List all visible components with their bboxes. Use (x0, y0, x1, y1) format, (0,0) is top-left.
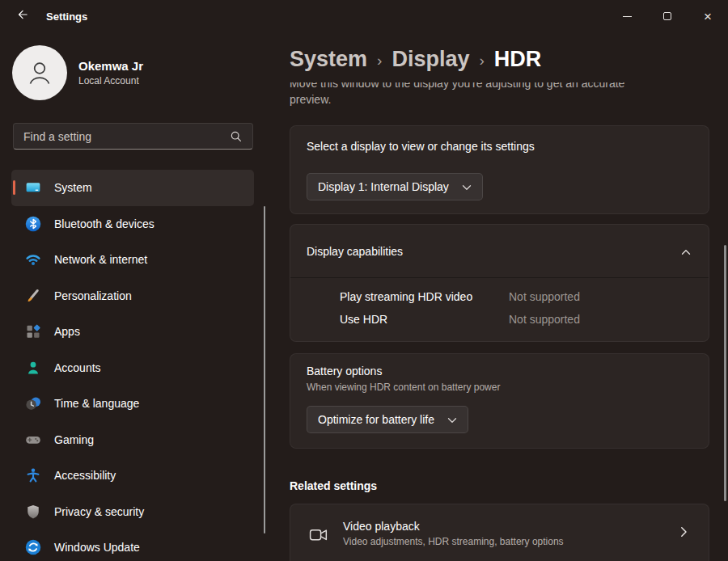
sidebar-item-time-language[interactable]: Time & language (11, 386, 254, 422)
video-playback-card[interactable]: Video playback Video adjustments, HDR st… (290, 504, 709, 561)
battery-options-card: Battery options When viewing HDR content… (290, 353, 709, 449)
titlebar: Settings × (0, 0, 728, 32)
search-icon (230, 130, 243, 143)
content-scrollbar[interactable] (724, 245, 726, 501)
breadcrumb-system[interactable]: System (290, 47, 367, 72)
page-title-hdr: HDR (494, 47, 542, 72)
back-arrow-icon (15, 8, 29, 24)
display-capabilities-title: Display capabilities (307, 245, 403, 258)
accounts-icon (25, 360, 41, 376)
capability-row-use-hdr: Use HDR Not supported (290, 309, 709, 331)
personalization-icon (25, 288, 41, 304)
apps-icon (25, 323, 41, 340)
chevron-up-icon (681, 244, 691, 259)
sidebar-scrollbar[interactable] (264, 206, 265, 534)
select-display-card: Select a display to view or change its s… (290, 125, 709, 214)
sidebar-item-gaming[interactable]: Gaming (11, 422, 254, 458)
maximize-button[interactable] (647, 0, 688, 32)
sidebar-item-label: Windows Update (54, 541, 140, 554)
sidebar-item-personalization[interactable]: Personalization (11, 278, 254, 314)
back-button[interactable] (8, 4, 36, 28)
battery-options-title: Battery options (307, 365, 382, 378)
sidebar-item-label: Privacy & security (54, 505, 144, 518)
maximize-icon (663, 12, 671, 20)
close-icon: × (704, 10, 712, 23)
sidebar-nav: System Bluetooth & devices Network & int… (11, 170, 254, 561)
chevron-down-icon (462, 179, 472, 194)
clipped-text-line: Move this window to the display you're a… (290, 82, 694, 91)
sidebar-item-bluetooth-devices[interactable]: Bluetooth & devices (11, 206, 254, 243)
capability-value: Not supported (509, 290, 580, 303)
sidebar: Okemwa Jr Local Account System (0, 32, 267, 561)
privacy-shield-icon (25, 504, 41, 520)
video-playback-subtitle: Video adjustments, HDR streaming, batter… (343, 536, 564, 547)
windows-update-icon (25, 539, 41, 555)
capability-label: Use HDR (340, 313, 387, 326)
display-capabilities-header[interactable]: Display capabilities (290, 225, 709, 278)
sidebar-item-label: Network & internet (54, 253, 147, 266)
capability-value: Not supported (509, 313, 580, 326)
display-capabilities-rows: Play streaming HDR video Not supported U… (290, 278, 709, 331)
display-capabilities-card: Display capabilities Play streaming HDR … (290, 224, 709, 342)
profile-account-type: Local Account (78, 75, 143, 86)
main-content: System › Display › HDR Move this window … (267, 32, 728, 561)
sidebar-item-accounts[interactable]: Accounts (11, 350, 254, 386)
profile-name: Okemwa Jr (78, 59, 143, 73)
minimize-icon (623, 16, 632, 17)
sidebar-item-label: Gaming (54, 433, 94, 446)
select-display-label: Select a display to view or change its s… (307, 140, 535, 153)
settings-window: Settings × Okemwa Jr Local Account (0, 0, 728, 561)
sidebar-item-label: Apps (54, 325, 80, 338)
display-select-dropdown[interactable]: Display 1: Internal Display (307, 173, 483, 200)
person-icon (23, 57, 56, 89)
gaming-icon (25, 432, 41, 448)
network-icon (25, 251, 41, 268)
sidebar-item-apps[interactable]: Apps (11, 314, 254, 350)
sidebar-item-system[interactable]: System (11, 170, 254, 206)
search-input[interactable] (14, 130, 230, 143)
sidebar-item-label: Time & language (54, 397, 139, 410)
video-playback-title: Video playback (343, 520, 420, 533)
selected-accent-bar (13, 180, 15, 195)
accessibility-icon (25, 467, 41, 483)
chevron-right-icon (680, 526, 688, 541)
battery-options-dropdown[interactable]: Optimize for battery life (307, 406, 468, 433)
sidebar-item-label: Accessibility (54, 469, 116, 482)
related-settings-heading: Related settings (290, 479, 377, 492)
sidebar-item-label: System (54, 181, 92, 194)
chevron-separator-icon: › (377, 50, 382, 70)
profile-section[interactable]: Okemwa Jr Local Account (12, 45, 143, 100)
battery-options-subtitle: When viewing HDR content on battery powe… (307, 382, 500, 393)
chevron-separator-icon: › (479, 50, 484, 70)
window-controls: × (607, 0, 728, 32)
hdr-description-text: Move this window to the display you're a… (290, 82, 694, 108)
display-select-value: Display 1: Internal Display (318, 180, 449, 193)
sidebar-item-label: Accounts (54, 361, 101, 374)
search-box (13, 123, 253, 150)
capability-label: Play streaming HDR video (340, 290, 472, 303)
sidebar-item-network-internet[interactable]: Network & internet (11, 242, 254, 278)
video-camera-icon (308, 524, 330, 549)
sidebar-item-label: Personalization (54, 289, 132, 302)
close-button[interactable]: × (688, 0, 728, 32)
sidebar-item-accessibility[interactable]: Accessibility (11, 458, 254, 494)
avatar (12, 45, 67, 100)
window-title: Settings (46, 11, 87, 23)
capability-row-streaming-hdr: Play streaming HDR video Not supported (290, 286, 709, 309)
time-language-icon (25, 395, 41, 411)
sidebar-item-windows-update[interactable]: Windows Update (11, 529, 254, 561)
system-icon (25, 179, 41, 196)
battery-options-value: Optimize for battery life (318, 413, 434, 426)
breadcrumb-display[interactable]: Display (392, 47, 469, 72)
minimize-button[interactable] (607, 0, 647, 32)
sidebar-item-label: Bluetooth & devices (54, 217, 154, 230)
bluetooth-icon (25, 216, 41, 232)
description-preview-line: preview. (290, 91, 694, 108)
sidebar-item-privacy-security[interactable]: Privacy & security (11, 494, 254, 530)
breadcrumb: System › Display › HDR (290, 47, 541, 72)
chevron-down-icon (447, 412, 457, 427)
